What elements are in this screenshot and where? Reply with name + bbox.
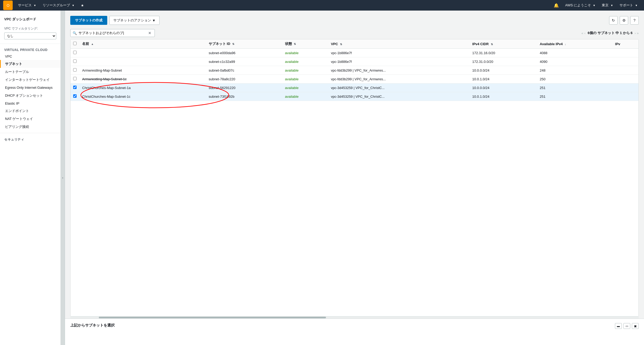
row-checkbox-cell[interactable] — [71, 49, 79, 57]
subnet-actions-button[interactable]: サブネットのアクション ▼ — [109, 16, 160, 25]
col-name[interactable]: 名前 ▲ — [79, 39, 206, 49]
sidebar-item-peering[interactable]: ピアリング接続 — [0, 123, 60, 131]
row-3-state: available — [282, 66, 328, 75]
region-menu[interactable]: 東京 ▼ — [599, 0, 616, 11]
row-2-checkbox[interactable] — [73, 59, 77, 63]
top-nav-right: 🔔 AWS にようこそ ▼ 東京 ▼ サポート ▼ — [550, 0, 641, 11]
row-1-checkbox[interactable] — [73, 51, 77, 54]
sidebar-filter-row: なし — [0, 31, 60, 41]
action-btn-caret: ▼ — [152, 18, 156, 22]
top-navigation: ⬡ サービス ▼ リソースグループ ▼ ★ 🔔 AWS にようこそ ▼ 東京 ▼… — [0, 0, 644, 11]
vpc-filter-select[interactable]: なし — [4, 32, 56, 39]
col-ipv4cidr[interactable]: IPv4 CIDR ⇅ — [469, 39, 537, 49]
scroll-thumb[interactable] — [99, 317, 326, 318]
search-icon: 🔍 — [73, 31, 77, 35]
col-vpc[interactable]: VPC ⇅ — [328, 39, 469, 49]
table-row[interactable]: ChristChurches-Map-Subnet-1a subnet-5629… — [71, 83, 638, 92]
toolbar: サブネットの作成 サブネットのアクション ▼ ↻ ⚙ ? — [70, 16, 639, 25]
sidebar-divider-1 — [0, 44, 60, 44]
notifications-bell[interactable]: 🔔 — [550, 0, 562, 11]
row-5-ipv6 — [612, 83, 638, 92]
aws-welcome-menu[interactable]: AWS にようこそ ▼ — [562, 0, 599, 11]
row-4-vpc: vpc-fdd3b299 | VPC_for_Armwres... — [328, 75, 469, 83]
row-1-ipv4cidr: 172.31.16.0/20 — [469, 49, 537, 57]
search-input[interactable] — [78, 31, 147, 35]
row-2-state: available — [282, 57, 328, 66]
favorites-icon[interactable]: ★ — [78, 0, 87, 11]
row-2-ipv6 — [612, 57, 638, 66]
settings-button[interactable]: ⚙ — [620, 16, 628, 25]
refresh-button[interactable]: ↻ — [609, 16, 618, 25]
row-6-checkbox[interactable] — [73, 94, 77, 98]
col-state[interactable]: 状態 ⇅ — [282, 39, 328, 49]
clear-filter-button[interactable]: ✕ — [148, 31, 151, 35]
horizontal-scrollbar[interactable] — [70, 316, 639, 319]
row-6-ipv6 — [612, 92, 638, 101]
row-4-checkbox[interactable] — [73, 77, 77, 80]
pagination-next[interactable]: › — [634, 31, 636, 35]
panel-view-icon-3[interactable]: ▣ — [632, 323, 639, 329]
row-6-ipv4cidr: 10.0.1.0/24 — [469, 92, 537, 101]
row-3-vpc: vpc-fdd3b299 | VPC_for_Armwres... — [328, 66, 469, 75]
table-row[interactable]: Armwrestling-Map-Subnet subnet-0afbd07c … — [71, 66, 638, 75]
sidebar-item-dhcp[interactable]: DHCP オプションセット — [0, 92, 60, 100]
table-row[interactable]: ChristChurches-Map-Subnet-1c subnet-73f1… — [71, 92, 638, 101]
resource-caret: ▼ — [72, 4, 74, 7]
row-2-vpc: vpc-1b886e7f — [328, 57, 469, 66]
row-1-vpc: vpc-1b886e7f — [328, 49, 469, 57]
pagination-first[interactable]: « — [581, 31, 583, 35]
col-available-ipv4[interactable]: Available IPv4 ↓ — [536, 39, 612, 49]
region-caret: ▼ — [610, 4, 613, 7]
row-5-subnet-id: subnet-56291220 — [206, 83, 282, 92]
sidebar-item-subnets[interactable]: サブネット — [0, 60, 60, 68]
row-checkbox-cell[interactable] — [71, 66, 79, 75]
main-content: サブネットの作成 サブネットのアクション ▼ ↻ ⚙ ? 🔍 ✕ — [65, 11, 644, 345]
table-row[interactable]: Armwrestling-Map-Subnet-1c subnet-78a8c2… — [71, 75, 638, 83]
panel-view-icon-1[interactable]: ▬ — [615, 323, 622, 329]
pagination-info: « ‹ 6個の サブネット 中 1 から 6 › » — [581, 31, 639, 35]
row-checkbox-cell[interactable] — [71, 83, 79, 92]
sidebar-item-endpoints[interactable]: エンドポイント — [0, 107, 60, 115]
row-4-available-ipv4: 250 — [536, 75, 612, 83]
row-2-available-ipv4: 4090 — [536, 57, 612, 66]
help-button[interactable]: ? — [630, 16, 639, 25]
row-checkbox-cell[interactable] — [71, 92, 79, 101]
sidebar-item-route-tables[interactable]: ルートテーブル — [0, 68, 60, 76]
sidebar-filter-label: VPC でフィルタリング: — [0, 25, 60, 31]
row-5-checkbox[interactable] — [73, 86, 77, 89]
subnet-table-wrap: 名前 ▲ サブネット ID ⇅ 状態 ⇅ VPC ⇅ IPv4 CIDR ⇅ A… — [70, 39, 639, 316]
row-1-name — [79, 49, 206, 57]
pagination-prev[interactable]: ‹ — [584, 31, 585, 35]
col-subnet-id[interactable]: サブネット ID ⇅ — [206, 39, 282, 49]
select-all-header[interactable] — [71, 39, 79, 49]
create-subnet-button[interactable]: サブネットの作成 — [70, 16, 107, 25]
row-2-ipv4cidr: 172.31.0.0/20 — [469, 57, 537, 66]
row-3-checkbox[interactable] — [73, 68, 77, 72]
sidebar-dashboard-title[interactable]: VPC ダッシュボード — [0, 15, 60, 23]
sidebar-item-egress-igw[interactable]: Egress Only Internet Gateways — [0, 84, 60, 92]
select-all-checkbox[interactable] — [73, 42, 77, 45]
row-6-available-ipv4: 251 — [536, 92, 612, 101]
row-5-available-ipv4: 251 — [536, 83, 612, 92]
col-ipv6[interactable]: IPv — [612, 39, 638, 49]
resource-group-menu[interactable]: リソースグループ ▼ — [39, 0, 78, 11]
services-menu[interactable]: サービス ▼ — [15, 0, 39, 11]
row-3-name: Armwrestling-Map-Subnet — [79, 66, 206, 75]
sidebar-item-vpc[interactable]: VPC — [0, 53, 60, 60]
pagination-count: 6個の サブネット 中 1 から 6 — [588, 31, 633, 35]
panel-view-icon-2[interactable]: ▭ — [623, 323, 630, 329]
sidebar-item-nat[interactable]: NAT ゲートウェイ — [0, 115, 60, 123]
row-6-name: ChristChurches-Map-Subnet-1c — [79, 92, 206, 101]
pagination-last[interactable]: » — [637, 31, 639, 35]
support-menu[interactable]: サポート ▼ — [616, 0, 641, 11]
table-row[interactable]: subnet-e000da96 available vpc-1b886e7f 1… — [71, 49, 638, 57]
bottom-panel-icons: ▬ ▭ ▣ — [615, 323, 639, 329]
table-row[interactable]: subnet-c1c32a99 available vpc-1b886e7f 1… — [71, 57, 638, 66]
sidebar-collapse-handle[interactable]: ‹ — [61, 11, 65, 345]
sidebar: VPC ダッシュボード VPC でフィルタリング: なし Virtual Pri… — [0, 11, 61, 345]
services-caret: ▼ — [34, 4, 36, 7]
row-checkbox-cell[interactable] — [71, 57, 79, 66]
sidebar-item-igw[interactable]: インターネットゲートウェイ — [0, 76, 60, 84]
sidebar-item-eip[interactable]: Elastic IP — [0, 100, 60, 107]
row-checkbox-cell[interactable] — [71, 75, 79, 83]
